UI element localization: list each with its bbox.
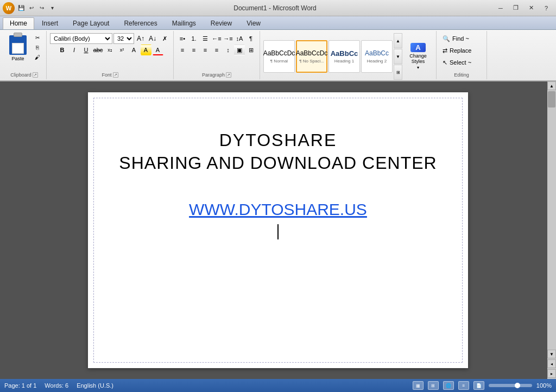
para-row-1: ≡• 1. ☰ ←≡ →≡ ↕A ¶ bbox=[177, 33, 256, 44]
align-right-button[interactable]: ≡ bbox=[200, 45, 211, 55]
tab-references[interactable]: References bbox=[117, 17, 164, 29]
tab-page-layout[interactable]: Page Layout bbox=[66, 17, 116, 29]
increase-indent-button[interactable]: →≡ bbox=[223, 33, 233, 44]
style-normal[interactable]: AaBbCcDc ¶ Normal bbox=[263, 40, 295, 73]
title-bar: W 💾 ↩ ↪ ▾ Document1 - Microsoft Word ─ ❐… bbox=[0, 0, 556, 16]
restore-button[interactable]: ❐ bbox=[509, 3, 523, 14]
decrease-font-button[interactable]: A↓ bbox=[147, 33, 158, 44]
align-center-button[interactable]: ≡ bbox=[188, 45, 199, 55]
strikethrough-button[interactable]: abc bbox=[93, 45, 104, 55]
minimize-button[interactable]: ─ bbox=[494, 3, 508, 14]
customize-quick-btn[interactable]: ▾ bbox=[48, 4, 56, 12]
style-heading2[interactable]: AaBbCc Heading 2 bbox=[361, 40, 393, 73]
ribbon-tabs: Home Insert Page Layout References Maili… bbox=[0, 16, 556, 30]
scroll-prev-page[interactable]: ◂ bbox=[547, 359, 556, 368]
replace-button[interactable]: ⇄ Replace bbox=[440, 45, 483, 56]
shading-button[interactable]: ▣ bbox=[234, 45, 245, 55]
styles-content: AaBbCcDc ¶ Normal AaBbCcDc ¶ No Spaci...… bbox=[262, 32, 434, 81]
document-area: DYTOSHARE SHARING AND DOWNLOAD CENTER WW… bbox=[0, 81, 556, 379]
paragraph-expander[interactable]: ↗ bbox=[226, 72, 231, 78]
tab-view[interactable]: View bbox=[239, 17, 268, 29]
page-info: Page: 1 of 1 bbox=[4, 382, 36, 389]
save-quick-btn[interactable]: 💾 bbox=[17, 4, 26, 12]
italic-button[interactable]: I bbox=[69, 45, 80, 55]
text-effects-button[interactable]: A bbox=[129, 45, 140, 55]
font-color-button[interactable]: A bbox=[153, 45, 163, 55]
justify-button[interactable]: ≡ bbox=[211, 45, 222, 55]
scroll-thumb[interactable] bbox=[548, 91, 555, 108]
tab-review[interactable]: Review bbox=[204, 17, 239, 29]
line-spacing-button[interactable]: ↕ bbox=[223, 45, 233, 55]
style-normal-label: ¶ Normal bbox=[270, 59, 288, 64]
align-left-button[interactable]: ≡ bbox=[177, 45, 188, 55]
tab-home[interactable]: Home bbox=[3, 17, 34, 29]
format-painter-button[interactable]: 🖌 bbox=[32, 53, 43, 61]
zoom-thumb[interactable] bbox=[515, 383, 520, 388]
clipboard-label: Clipboard ↗ bbox=[10, 71, 38, 78]
tab-insert[interactable]: Insert bbox=[35, 17, 65, 29]
clear-format-button[interactable]: ✗ bbox=[159, 33, 170, 44]
scroll-down-arrow[interactable]: ▼ bbox=[547, 350, 556, 358]
cut-button[interactable]: ✂ bbox=[32, 33, 43, 42]
para-row-2: ≡ ≡ ≡ ≡ ↕ ▣ ⊞ bbox=[177, 45, 256, 55]
document-title-line1: DYTOSHARE bbox=[115, 130, 441, 150]
document-page[interactable]: DYTOSHARE SHARING AND DOWNLOAD CENTER WW… bbox=[88, 92, 468, 368]
editing-label: Editing bbox=[454, 71, 469, 78]
select-icon: ↖ bbox=[443, 59, 447, 66]
undo-quick-btn[interactable]: ↩ bbox=[27, 4, 36, 12]
draft-view-button[interactable]: 📄 bbox=[473, 381, 484, 390]
office-logo-icon[interactable]: W bbox=[3, 2, 15, 14]
superscript-button[interactable]: x² bbox=[117, 45, 128, 55]
styles-dropdown[interactable]: ⊞ bbox=[394, 65, 402, 80]
scroll-next-page[interactable]: ▸ bbox=[547, 369, 556, 378]
multilevel-list-button[interactable]: ☰ bbox=[200, 33, 211, 44]
title-bar-left: W 💾 ↩ ↪ ▾ bbox=[3, 2, 56, 14]
change-styles-button[interactable]: A ChangeStyles ▾ bbox=[403, 40, 433, 73]
title-text: Document1 - Microsoft Word bbox=[56, 4, 494, 12]
paste-button[interactable]: Paste bbox=[5, 33, 30, 63]
web-view-button[interactable]: 🌐 bbox=[443, 381, 454, 390]
scroll-up-arrow[interactable]: ▲ bbox=[547, 81, 556, 90]
decrease-indent-button[interactable]: ←≡ bbox=[211, 33, 222, 44]
clipboard-expander[interactable]: ↗ bbox=[33, 72, 38, 78]
tab-mailings[interactable]: Mailings bbox=[165, 17, 203, 29]
show-formatting-button[interactable]: ¶ bbox=[245, 33, 256, 44]
change-styles-label: ChangeStyles bbox=[409, 53, 427, 64]
numbering-button[interactable]: 1. bbox=[188, 33, 199, 44]
copy-button[interactable]: ⎘ bbox=[32, 43, 43, 52]
style-heading1[interactable]: AaBbCc Heading 1 bbox=[328, 40, 360, 73]
find-button[interactable]: 🔍 Find ~ bbox=[440, 33, 483, 44]
style-no-spacing[interactable]: AaBbCcDc ¶ No Spaci... bbox=[296, 40, 327, 73]
subscript-button[interactable]: x₂ bbox=[105, 45, 116, 55]
change-styles-icon: A bbox=[410, 43, 426, 52]
styles-scroll-down[interactable]: ▼ bbox=[394, 49, 402, 64]
underline-button[interactable]: U bbox=[81, 45, 92, 55]
select-button[interactable]: ↖ Select ~ bbox=[440, 57, 483, 68]
font-family-select[interactable]: Calibri (Body) bbox=[50, 33, 112, 44]
font-expander[interactable]: ↗ bbox=[113, 72, 118, 78]
redo-quick-btn[interactable]: ↪ bbox=[37, 4, 46, 12]
highlight-button[interactable]: A bbox=[141, 45, 151, 55]
status-right: ▦ ⊞ 🌐 ≡ 📄 100% bbox=[413, 381, 552, 390]
sort-button[interactable]: ↕A bbox=[234, 33, 245, 44]
change-styles-arrow: ▾ bbox=[417, 65, 419, 70]
zoom-slider[interactable] bbox=[489, 384, 532, 387]
paragraph-content: ≡• 1. ☰ ←≡ →≡ ↕A ¶ ≡ ≡ ≡ ≡ ↕ ▣ ⊞ bbox=[176, 32, 257, 71]
document-link[interactable]: WWW.DYTOSHARE.US bbox=[115, 200, 441, 219]
font-label: Font ↗ bbox=[102, 71, 118, 78]
ribbon: Paste ✂ ⎘ 🖌 Clipboard ↗ Calibri (Body) bbox=[0, 30, 556, 81]
clipboard-content: Paste ✂ ⎘ 🖌 bbox=[4, 32, 44, 71]
outline-view-button[interactable]: ≡ bbox=[458, 381, 469, 390]
help-button[interactable]: ? bbox=[539, 3, 553, 14]
styles-scroll-up[interactable]: ▲ bbox=[394, 33, 402, 48]
increase-font-button[interactable]: A↑ bbox=[135, 33, 146, 44]
font-size-select[interactable]: 32 891011 12141618 20222428 364872 bbox=[113, 33, 134, 44]
status-left: Page: 1 of 1 Words: 6 English (U.S.) bbox=[4, 382, 113, 389]
vertical-scrollbar[interactable]: ▲ ▼ ◂ ▸ bbox=[547, 81, 556, 379]
close-button[interactable]: ✕ bbox=[524, 3, 538, 14]
print-view-button[interactable]: ▦ bbox=[413, 381, 424, 390]
bold-button[interactable]: B bbox=[57, 45, 68, 55]
bullets-button[interactable]: ≡• bbox=[177, 33, 188, 44]
full-screen-button[interactable]: ⊞ bbox=[428, 381, 439, 390]
borders-button[interactable]: ⊞ bbox=[245, 45, 256, 55]
